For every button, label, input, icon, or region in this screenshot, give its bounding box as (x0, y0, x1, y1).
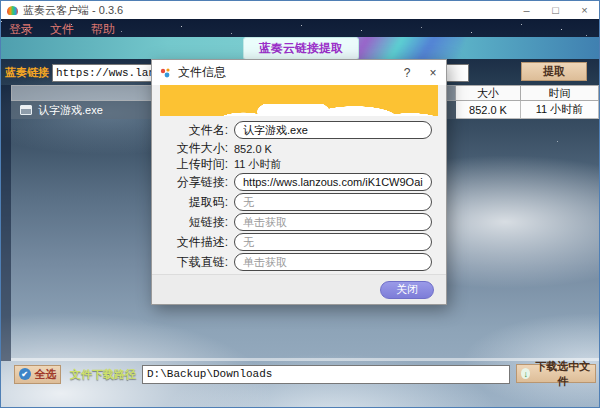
app-logo-icon (7, 6, 18, 15)
menu-file[interactable]: 文件 (50, 21, 74, 36)
file-name: 认字游戏.exe (38, 103, 103, 118)
file-info-dialog: 文件信息 ? × 文件名: 文件大小: 852.0 K 上传时间: 11 小时前… (151, 59, 447, 305)
filesize-value: 852.0 K (234, 143, 272, 155)
download-path-input[interactable] (142, 365, 510, 384)
window-controls: – □ × (512, 1, 599, 19)
select-all-label: 全选 (35, 367, 57, 382)
title-bar: 蓝奏云客户端 - 0.3.6 – □ × (1, 1, 599, 19)
maximize-button[interactable]: □ (541, 1, 570, 19)
menu-login[interactable]: 登录 (9, 21, 33, 36)
uploadtime-value: 11 小时前 (234, 157, 281, 172)
download-icon: ↓ (521, 368, 530, 379)
field-row-filename: 文件名: (158, 121, 432, 139)
download-path-label: 文件下载路径 (70, 367, 136, 382)
close-button[interactable]: × (570, 1, 599, 19)
file-size-cell: 852.0 K (456, 101, 521, 119)
field-row-filesize: 文件大小: 852.0 K (158, 141, 432, 156)
time-column-header[interactable]: 时间 (521, 85, 599, 101)
shortlink-label: 短链接: (158, 214, 228, 231)
field-row-password: 提取码: (158, 193, 432, 211)
file-icon (20, 105, 32, 115)
dialog-footer: 关闭 (152, 274, 446, 304)
cloud-banner (160, 85, 438, 116)
field-row-description: 文件描述: (158, 233, 432, 251)
extract-button[interactable]: 提取 (521, 62, 587, 81)
dialog-title-bar: 文件信息 ? × (152, 60, 446, 85)
download-selected-label: 下载选中文件 (534, 359, 591, 389)
dialog-form: 文件名: 文件大小: 852.0 K 上传时间: 11 小时前 分享链接: 提取… (152, 116, 446, 274)
directlink-label: 下载直链: (158, 254, 228, 271)
dialog-logo-icon (160, 67, 172, 79)
directlink-input[interactable] (234, 253, 432, 271)
list-panel-bottom-edge (11, 358, 599, 361)
field-row-uploadtime: 上传时间: 11 小时前 (158, 157, 432, 172)
field-row-directlink: 下载直链: (158, 253, 432, 271)
shortlink-input[interactable] (234, 213, 432, 231)
filename-input[interactable] (234, 121, 432, 139)
check-icon: ✔ (19, 368, 31, 380)
bottom-bar: ✔ 全选 文件下载路径 ↓ 下载选中文件 (1, 363, 600, 385)
description-label: 文件描述: (158, 234, 228, 251)
link-label: 蓝奏链接 (5, 65, 49, 80)
size-column-header[interactable]: 大小 (456, 85, 521, 101)
field-row-sharelink: 分享链接: (158, 173, 432, 191)
menu-bar: 登录 文件 帮助 (1, 21, 599, 36)
header-band: 蓝奏云链接提取 (1, 37, 600, 59)
menu-help[interactable]: 帮助 (91, 21, 115, 36)
select-all-button[interactable]: ✔ 全选 (14, 365, 61, 384)
minimize-button[interactable]: – (512, 1, 541, 19)
window-title: 蓝奏云客户端 - 0.3.6 (23, 3, 123, 18)
link-extract-tab-button[interactable]: 蓝奏云链接提取 (243, 37, 359, 59)
file-time-cell: 11 小时前 (521, 101, 599, 119)
dialog-help-button[interactable]: ? (394, 60, 420, 85)
app-window: 蓝奏云客户端 - 0.3.6 – □ × 登录 文件 帮助 蓝奏云链接提取 蓝奏… (0, 0, 600, 408)
filename-label: 文件名: (158, 122, 228, 139)
sharelink-input[interactable] (234, 173, 432, 191)
password-label: 提取码: (158, 194, 228, 211)
dialog-close-icon[interactable]: × (420, 60, 446, 85)
dialog-title: 文件信息 (178, 64, 226, 81)
password-input[interactable] (234, 193, 432, 211)
left-edge-strip (1, 85, 11, 361)
filesize-label: 文件大小: (158, 140, 228, 157)
field-row-shortlink: 短链接: (158, 213, 432, 231)
sharelink-label: 分享链接: (158, 174, 228, 191)
uploadtime-label: 上传时间: (158, 156, 228, 173)
download-selected-button[interactable]: ↓ 下载选中文件 (516, 364, 596, 383)
description-input[interactable] (234, 233, 432, 251)
dialog-close-button[interactable]: 关闭 (380, 281, 434, 299)
dialog-controls: ? × (394, 60, 446, 85)
